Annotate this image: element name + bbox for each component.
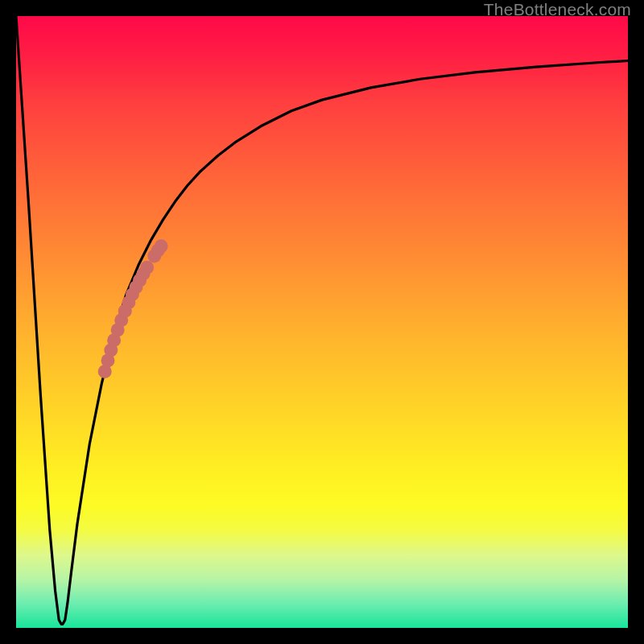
marker-point bbox=[155, 239, 168, 253]
highlighted-points bbox=[98, 239, 168, 378]
plot-area bbox=[16, 16, 628, 628]
bottleneck-curve bbox=[16, 16, 628, 624]
chart-svg bbox=[16, 16, 628, 628]
marker-point bbox=[140, 261, 154, 275]
chart-frame: TheBottleneck.com bbox=[0, 0, 644, 644]
